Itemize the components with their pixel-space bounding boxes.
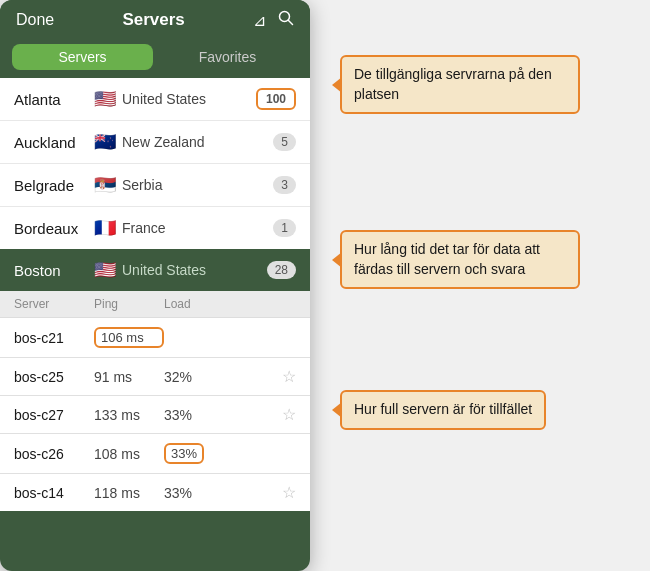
favorite-icon[interactable]: ☆ (282, 367, 296, 386)
annotation-1: De tillgängliga servrarna på den platsen (340, 55, 580, 114)
city-label: Atlanta (14, 91, 94, 108)
servers-title: Servers (122, 10, 184, 30)
annotation-2-text: Hur lång tid det tar för data att färdas… (354, 241, 540, 277)
flag-icon: 🇫🇷 (94, 217, 116, 239)
server-count: 100 (256, 88, 296, 110)
ping-value: 106 ms (94, 327, 164, 348)
favorite-icon[interactable]: ☆ (282, 483, 296, 502)
country-label: New Zealand (122, 134, 273, 150)
list-item[interactable]: Bordeaux 🇫🇷 France 1 (0, 207, 310, 249)
header: Done Servers ⊿ (0, 0, 310, 38)
phone-panel: Done Servers ⊿ Servers Favorites Atlanta (0, 0, 310, 571)
server-name: bos-c27 (14, 407, 94, 423)
country-label: United States (122, 91, 256, 107)
server-count: 1 (273, 219, 296, 237)
annotation-2: Hur lång tid det tar för data att färdas… (340, 230, 580, 289)
filter-icon[interactable]: ⊿ (253, 11, 266, 30)
ping-value: 118 ms (94, 485, 164, 501)
server-name: bos-c21 (14, 330, 94, 346)
col-load-header: Load (164, 297, 296, 311)
table-row[interactable]: bos-c27 133 ms 33% ☆ (0, 396, 310, 434)
list-item[interactable]: Atlanta 🇺🇸 United States 100 (0, 78, 310, 121)
server-name: bos-c26 (14, 446, 94, 462)
col-ping-header: Ping (94, 297, 164, 311)
annotation-3-text: Hur full servern är för tillfället (354, 401, 532, 417)
server-count: 5 (273, 133, 296, 151)
server-count: 3 (273, 176, 296, 194)
server-list: Atlanta 🇺🇸 United States 100 Auckland 🇳🇿… (0, 78, 310, 249)
table-row[interactable]: bos-c14 118 ms 33% ☆ (0, 474, 310, 511)
header-icons: ⊿ (253, 10, 294, 30)
list-item[interactable]: Belgrade 🇷🇸 Serbia 3 (0, 164, 310, 207)
server-name: bos-c25 (14, 369, 94, 385)
table-row[interactable]: bos-c25 91 ms 32% ☆ (0, 358, 310, 396)
boston-country-label: United States (122, 262, 267, 278)
flag-icon: 🇳🇿 (94, 131, 116, 153)
favorite-icon[interactable]: ☆ (282, 405, 296, 424)
arrow-left-icon (332, 77, 342, 93)
city-label: Bordeaux (14, 220, 94, 237)
boston-count: 28 (267, 261, 296, 279)
annotations-panel: De tillgängliga servrarna på den platsen… (310, 0, 650, 571)
tabs-row: Servers Favorites (0, 38, 310, 78)
boston-flag-icon: 🇺🇸 (94, 259, 116, 281)
ping-value: 133 ms (94, 407, 164, 423)
country-label: Serbia (122, 177, 273, 193)
boston-row[interactable]: Boston 🇺🇸 United States 28 (0, 249, 310, 291)
load-value: 33% (164, 485, 282, 501)
svg-line-1 (288, 21, 292, 25)
annotation-3: Hur full servern är för tillfället (340, 390, 546, 430)
flag-icon: 🇷🇸 (94, 174, 116, 196)
load-value: 33% (164, 443, 204, 464)
boston-city-label: Boston (14, 262, 94, 279)
load-value: 32% (164, 369, 282, 385)
annotation-1-text: De tillgängliga servrarna på den platsen (354, 66, 552, 102)
sub-table: Server Ping Load bos-c21 106 ms bos-c25 … (0, 291, 310, 511)
city-label: Belgrade (14, 177, 94, 194)
ping-value: 108 ms (94, 446, 164, 462)
table-row[interactable]: bos-c26 108 ms 33% (0, 434, 310, 474)
search-icon[interactable] (278, 10, 294, 30)
table-row[interactable]: bos-c21 106 ms (0, 318, 310, 358)
done-button[interactable]: Done (16, 11, 54, 29)
country-label: France (122, 220, 273, 236)
ping-value: 91 ms (94, 369, 164, 385)
list-item[interactable]: Auckland 🇳🇿 New Zealand 5 (0, 121, 310, 164)
arrow-left-icon (332, 252, 342, 268)
col-server-header: Server (14, 297, 94, 311)
arrow-left-icon (332, 402, 342, 418)
city-label: Auckland (14, 134, 94, 151)
flag-icon: 🇺🇸 (94, 88, 116, 110)
server-name: bos-c14 (14, 485, 94, 501)
tab-servers[interactable]: Servers (12, 44, 153, 70)
load-value: 33% (164, 407, 282, 423)
tab-favorites[interactable]: Favorites (157, 44, 298, 70)
sub-table-header: Server Ping Load (0, 291, 310, 318)
